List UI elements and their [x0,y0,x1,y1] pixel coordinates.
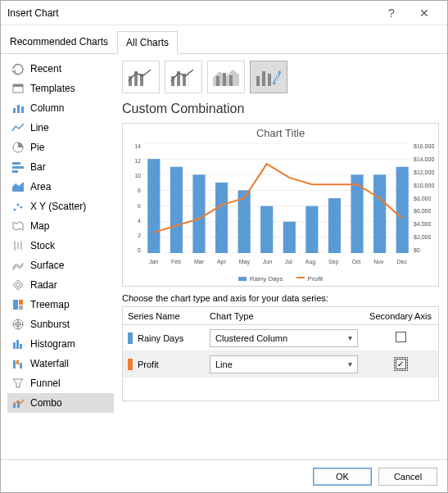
sidebar-item-waterfall[interactable]: Waterfall [7,354,114,373]
recent-icon [11,61,25,76]
main-panel: Custom Combination Chart Title 141210864… [114,54,447,464]
series-type-value-0: Clustered Column [215,333,287,343]
sidebar-item-line[interactable]: Line [7,118,114,138]
sidebar-item-label: Combo [30,397,62,409]
x-axis: JanFebMarAprMayJunJulAugSepOctNovDec [143,259,414,265]
sidebar-item-label: Stock [30,240,55,251]
chart-preview: Chart Title 14121086420 $16,000$14,000$1… [122,123,439,287]
svg-point-11 [17,204,20,206]
titlebar: Insert Chart ? ✕ [1,1,447,25]
svg-rect-7 [12,166,24,169]
svg-rect-6 [12,162,20,165]
cancel-button[interactable]: Cancel [378,468,437,486]
svg-rect-3 [17,105,20,113]
combo-icon [11,396,25,410]
sidebar-item-label: Surface [30,260,64,271]
dialog-footer: OK Cancel [1,459,447,492]
secondary-axis-checkbox-0[interactable] [396,332,406,342]
svg-rect-20 [19,305,23,310]
series-type-select-0[interactable]: Clustered Column ▾ [210,329,358,347]
svg-rect-66 [373,174,386,253]
histogram-icon [11,337,25,351]
sidebar-item-area[interactable]: Area [7,177,114,197]
sunburst-icon [11,317,25,332]
sidebar-item-scatter[interactable]: X Y (Scatter) [7,197,114,216]
tab-all-charts[interactable]: All Charts [117,31,178,54]
section-title: Custom Combination [122,102,439,116]
sidebar-item-treemap[interactable]: Treemap [7,295,114,314]
series-type-select-1[interactable]: Line ▾ [210,355,358,373]
series-swatch-1 [128,359,133,370]
sidebar-item-label: Histogram [30,338,75,350]
svg-rect-29 [16,360,19,364]
series-type-value-1: Line [215,360,233,369]
sidebar-item-surface[interactable]: Surface [7,256,114,275]
choose-series-label: Choose the chart type and axis for your … [122,293,439,303]
close-button[interactable]: ✕ [408,2,441,25]
sidebar-item-recent[interactable]: Recent [7,59,114,79]
chevron-down-icon: ▾ [348,333,352,342]
combo-variant-1[interactable] [165,61,202,93]
ok-button[interactable]: OK [313,468,372,486]
sidebar-item-combo[interactable]: Combo [7,393,114,413]
series-swatch-0 [128,332,133,344]
sidebar-item-pie[interactable]: Pie [7,138,114,157]
combo-variant-3[interactable] [250,61,287,93]
grid-header-axis: Secondary Axis [363,311,438,321]
sidebar-item-label: X Y (Scatter) [30,201,86,212]
sidebar-item-label: Bar [30,161,46,173]
y-axis-left: 14121086420 [126,143,141,253]
sidebar-item-label: Column [30,102,64,114]
bar-icon [11,160,25,174]
combo-variant-0[interactable] [122,61,160,93]
sidebar-item-stock[interactable]: Stock [7,236,114,256]
sidebar-item-bar[interactable]: Bar [7,157,114,177]
sidebar-item-funnel[interactable]: Funnel [7,373,114,393]
svg-rect-18 [13,300,18,310]
series-row-1: Profit Line ▾ ✓ [123,351,438,378]
svg-rect-56 [147,159,160,253]
svg-rect-47 [268,74,271,86]
sidebar-item-column[interactable]: Column [7,98,114,118]
secondary-axis-checkbox-1[interactable]: ✓ [396,359,406,369]
svg-marker-31 [13,379,23,387]
sidebar-item-label: Sunburst [30,319,70,330]
sidebar-item-histogram[interactable]: Histogram [7,334,114,354]
sidebar-item-label: Radar [30,279,57,291]
surface-icon [11,258,25,273]
svg-marker-16 [13,280,23,290]
svg-rect-19 [19,300,23,305]
help-button[interactable]: ? [375,2,408,25]
series-grid: Series Name Chart Type Secondary Axis Ra… [122,306,439,401]
area-icon [11,179,25,194]
svg-rect-43 [223,73,226,86]
sidebar-item-radar[interactable]: Radar [7,275,114,295]
tab-strip: Recommended Charts All Charts [1,30,447,54]
scatter-icon [11,199,25,214]
chart-plot-area [143,143,414,253]
svg-rect-57 [170,167,183,253]
legend-1: Profit [308,275,324,283]
svg-rect-27 [20,344,22,349]
sidebar-item-label: Map [30,220,49,232]
pie-icon [11,140,25,155]
waterfall-icon [11,356,25,371]
sidebar-item-templates[interactable]: Templates [7,79,114,98]
tab-recommended[interactable]: Recommended Charts [1,30,117,53]
radar-icon [11,278,25,292]
sidebar-item-label: Pie [30,142,44,153]
svg-rect-25 [13,342,16,349]
svg-rect-42 [216,76,219,86]
sidebar-item-map[interactable]: Map [7,216,114,236]
sidebar-item-label: Recent [30,63,61,75]
svg-rect-46 [262,71,265,86]
svg-rect-1 [13,84,23,87]
sidebar-item-sunburst[interactable]: Sunburst [7,314,114,334]
chart-legend: Rainy Days Profit [123,275,438,283]
map-icon [11,219,25,233]
svg-rect-63 [305,206,318,253]
line-icon [11,120,25,135]
svg-rect-26 [16,340,19,349]
combo-variant-2[interactable] [207,61,245,93]
chart-type-sidebar: Recent Templates Column Line Pie Bar Are… [1,54,114,464]
